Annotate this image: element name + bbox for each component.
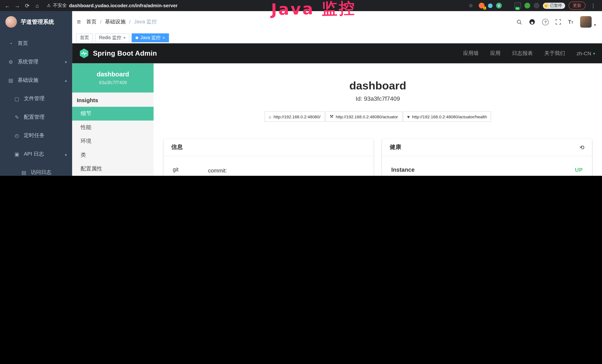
sidebar-item-label: 首页 bbox=[18, 40, 28, 47]
sidebar-item-scheduled-tasks[interactable]: ◴定时任务 bbox=[0, 126, 72, 145]
sba-item-config-props[interactable]: 配置属性 bbox=[72, 162, 153, 176]
topbar-actions: ? TT ▾ bbox=[516, 16, 596, 28]
files-icon: ▢ bbox=[14, 96, 20, 102]
close-icon[interactable]: × bbox=[123, 36, 126, 40]
sidebar-item-label: 定时任务 bbox=[24, 132, 44, 139]
sba-item-details[interactable]: 细节 bbox=[72, 107, 153, 121]
health-instance-row[interactable]: Instance UP bbox=[391, 166, 583, 176]
app-shell: 芋道管理系统 ◔首页 ⚙系统管理▾ ▤基础设施▴ ▢文件管理 ✎配置管理 ◴定时… bbox=[0, 11, 602, 176]
github-icon[interactable] bbox=[529, 19, 535, 25]
search-icon[interactable] bbox=[516, 19, 522, 25]
breadcrumb-separator: / bbox=[100, 19, 101, 25]
reload-icon[interactable]: ⟳ bbox=[23, 2, 32, 9]
font-size-large: T bbox=[568, 19, 571, 25]
app-logo[interactable]: 芋道管理系统 bbox=[0, 11, 72, 33]
app-title: 芋道管理系统 bbox=[21, 18, 54, 25]
tab-home[interactable]: 首页 bbox=[76, 33, 93, 42]
sidebar-item-label: 文件管理 bbox=[24, 95, 44, 102]
sba-item-classes[interactable]: 类 bbox=[72, 148, 153, 162]
sidebar-menu: ◔首页 ⚙系统管理▾ ▤基础设施▴ ▢文件管理 ✎配置管理 ◴定时任务 ▣API… bbox=[0, 33, 72, 176]
close-icon[interactable]: × bbox=[162, 36, 165, 40]
sba-item-metrics[interactable]: 性能 bbox=[72, 120, 153, 134]
sba-content: dashboard Id: 93a3fc7f7409 ⌂http://192.1… bbox=[153, 64, 602, 176]
paused-extension-pill[interactable]: ☺ 已暂停 bbox=[543, 2, 565, 9]
sba-nav-wallboard[interactable]: 应用墙 bbox=[463, 50, 479, 57]
browser-toolbar-right: ☆ 1 V on ☺ 已暂停 更新 ⋮ bbox=[467, 1, 599, 10]
sba-nav-applications[interactable]: 应用 bbox=[490, 50, 501, 57]
sba-nav: 应用墙 应用 日志报表 关于我们 zh-CN▾ bbox=[463, 50, 595, 57]
sidebar-item-access-logs[interactable]: ▤访问日志 bbox=[0, 163, 72, 176]
url-text: dashboard.yudao.iocoder.cn/infra/admin-s… bbox=[69, 3, 177, 8]
monitor-icon: ▤ bbox=[8, 77, 14, 83]
link-url: http://192.168.0.2:48080/ bbox=[273, 114, 320, 119]
extension-icon-5[interactable]: on bbox=[514, 2, 521, 9]
emoji-face-icon: ☺ bbox=[543, 3, 548, 8]
logo-avatar bbox=[5, 16, 17, 28]
extension-icon-1[interactable]: 1 bbox=[479, 3, 484, 8]
extension-icon-4[interactable] bbox=[505, 3, 511, 8]
sidebar-item-home[interactable]: ◔首页 bbox=[0, 34, 72, 53]
breadcrumb-home[interactable]: 首页 bbox=[86, 18, 97, 25]
sidebar-item-label: 配置管理 bbox=[24, 114, 44, 120]
breadcrumb-infrastructure[interactable]: 基础设施 bbox=[105, 18, 126, 25]
font-size-small: T bbox=[571, 21, 573, 25]
history-icon[interactable]: ⟲ bbox=[580, 144, 584, 151]
page-root: ← → ⟳ ⌂ ⚠ 不安全 dashboard.yudao.iocoder.cn… bbox=[0, 0, 602, 176]
sidebar-item-label: 基础设施 bbox=[18, 77, 38, 84]
service-url-link[interactable]: ⌂http://192.168.0.2:48080/ bbox=[264, 111, 325, 122]
tab-java-monitor[interactable]: Java 监控× bbox=[132, 33, 169, 42]
help-icon[interactable]: ? bbox=[542, 19, 549, 25]
extension-icon-7[interactable] bbox=[533, 3, 539, 8]
extension-icon-3[interactable]: V bbox=[496, 3, 502, 8]
extension-count-badge: 1 bbox=[483, 7, 486, 10]
home-icon[interactable]: ⌂ bbox=[33, 2, 42, 9]
tab-label: Redis 监控 bbox=[99, 34, 121, 41]
sidebar-item-infrastructure[interactable]: ▤基础设施▴ bbox=[0, 71, 72, 89]
extension-icon-6[interactable] bbox=[524, 3, 530, 8]
instance-id-subtitle: Id: 93a3fc7f7409 bbox=[163, 95, 592, 102]
git-key: git bbox=[173, 166, 208, 176]
annotation-java-monitor: Java 监控 bbox=[271, 0, 356, 20]
user-avatar[interactable] bbox=[580, 16, 592, 28]
sidebar-item-config-management[interactable]: ✎配置管理 bbox=[0, 108, 72, 126]
bookmark-star-icon[interactable]: ☆ bbox=[467, 3, 475, 8]
font-size-icon[interactable]: TT bbox=[568, 19, 573, 25]
sidebar-item-label: 系统管理 bbox=[18, 58, 38, 65]
locale-selector[interactable]: zh-CN▾ bbox=[577, 50, 595, 56]
tag-tabs-bar: 首页 Redis 监控× Java 监控× bbox=[72, 33, 602, 43]
sidebar-item-file-management[interactable]: ▢文件管理 bbox=[0, 89, 72, 108]
log-icon: ▣ bbox=[14, 151, 20, 157]
tab-redis-monitor[interactable]: Redis 监控× bbox=[95, 33, 129, 42]
tab-label: 首页 bbox=[80, 34, 89, 41]
git-line: commit: bbox=[208, 166, 265, 175]
instance-header: dashboard 93a3fc7f7409 bbox=[72, 64, 153, 93]
sba-header: Spring Boot Admin 应用墙 应用 日志报表 关于我们 zh-CN… bbox=[72, 43, 602, 64]
health-url-link[interactable]: ♥http://192.168.0.2:48080/actuator/healt… bbox=[403, 111, 491, 122]
sidebar-item-api-logs[interactable]: ▣API 日志▴ bbox=[0, 145, 72, 163]
update-button[interactable]: 更新 bbox=[569, 1, 585, 10]
caret-down-icon[interactable]: ▾ bbox=[594, 23, 596, 27]
browser-menu-icon[interactable]: ⋮ bbox=[589, 2, 598, 9]
main-column: ≡ 首页 / 基础设施 / Java 监控 ? TT ▾ bbox=[72, 11, 602, 176]
wrench-icon: ⚒ bbox=[330, 114, 333, 119]
hamburger-icon[interactable]: ≡ bbox=[77, 18, 81, 26]
sba-nav-about[interactable]: 关于我们 bbox=[544, 50, 565, 57]
page-title: dashboard bbox=[163, 80, 592, 92]
link-url: http://192.168.0.2:48080/actuator/health bbox=[412, 114, 487, 119]
spring-boot-admin-logo bbox=[79, 48, 89, 58]
sidebar-item-system-management[interactable]: ⚙系统管理▾ bbox=[0, 53, 72, 71]
sba-nav-journal[interactable]: 日志报表 bbox=[512, 50, 533, 57]
extension-icon-2[interactable] bbox=[488, 3, 493, 8]
git-value: commit: time: 1596289704000 id: 27aa832 … bbox=[208, 166, 265, 176]
address-bar[interactable]: ⚠ 不安全 dashboard.yudao.iocoder.cn/infra/a… bbox=[47, 2, 465, 9]
breadcrumb-separator: / bbox=[129, 19, 130, 25]
sba-brand-title[interactable]: Spring Boot Admin bbox=[93, 49, 157, 57]
forward-icon[interactable]: → bbox=[13, 2, 22, 9]
back-icon[interactable]: ← bbox=[3, 2, 12, 9]
sba-item-environment[interactable]: 环境 bbox=[72, 134, 153, 148]
actuator-url-link[interactable]: ⚒http://192.168.0.2:48080/actuator bbox=[325, 111, 402, 122]
tab-label: Java 监控 bbox=[140, 34, 161, 41]
health-instance-label: Instance bbox=[391, 166, 415, 173]
status-badge: UP bbox=[575, 167, 583, 173]
fullscreen-icon[interactable] bbox=[556, 19, 561, 25]
